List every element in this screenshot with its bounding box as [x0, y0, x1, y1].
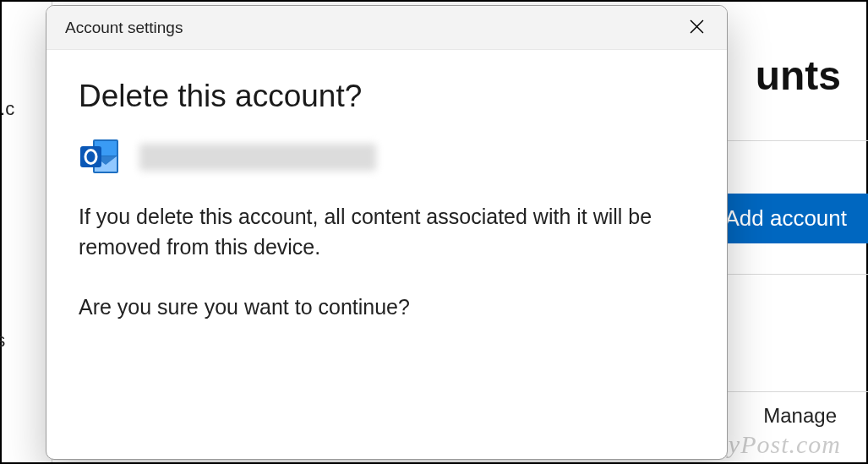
dialog-heading: Delete this account? — [79, 79, 695, 114]
close-button[interactable] — [680, 11, 713, 45]
manage-button[interactable]: Manage — [763, 404, 837, 428]
outlook-icon — [79, 138, 121, 176]
sidebar-fragment: ces — [0, 330, 5, 352]
account-row — [79, 138, 695, 176]
dialog-header: Account settings — [46, 6, 727, 50]
dialog-header-title: Account settings — [65, 19, 183, 37]
account-email-redacted — [139, 144, 376, 171]
dialog-confirm-text: Are you sure you want to continue? — [79, 292, 695, 322]
dialog-warning-text: If you delete this account, all content … — [79, 201, 695, 263]
sidebar: s ive.c ces et — [2, 2, 52, 462]
dialog-body: Delete this account? If you delete this … — [46, 50, 727, 322]
close-icon — [690, 19, 704, 36]
page-title-fragment: unts — [756, 52, 841, 99]
account-settings-dialog: Account settings Delete this account? — [46, 5, 728, 460]
sidebar-fragment: ive.c — [0, 98, 14, 120]
